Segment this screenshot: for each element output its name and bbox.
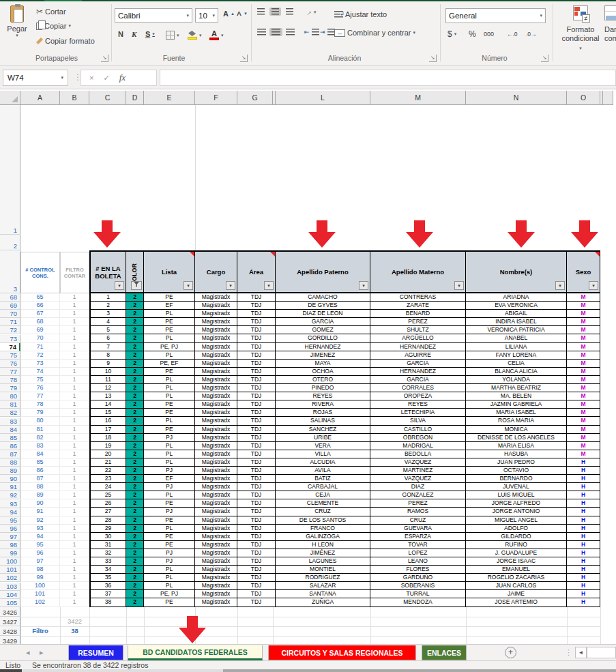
row-header-76[interactable]: 76	[0, 360, 20, 368]
cell-apellido-paterno[interactable]: MAYA	[276, 360, 370, 368]
cell-nombres[interactable]: ADOLFO	[466, 525, 567, 533]
cell-area[interactable]: TDJ	[237, 598, 276, 607]
cell-apellido-paterno[interactable]: BATIZ	[276, 475, 370, 483]
cell-boleta[interactable]: 26	[89, 499, 126, 508]
cell-area[interactable]: TDJ	[237, 326, 276, 334]
cell-apellido-paterno[interactable]: DE LOS SANTOS	[276, 516, 370, 525]
row-header-97[interactable]: 97	[0, 533, 20, 541]
cell-cargo[interactable]: Magistradx	[195, 326, 237, 334]
cell-nombres[interactable]: LUIS MIGUEL	[466, 491, 567, 499]
cell-sexo[interactable]: H	[567, 582, 600, 590]
cell-sexo[interactable]: H	[567, 475, 600, 483]
format-painter-button[interactable]: Copiar formato	[34, 36, 97, 46]
cell-control[interactable]: 86	[20, 467, 60, 475]
font-color-button[interactable]: A▾	[207, 29, 226, 41]
row-header-91[interactable]: 91	[0, 483, 20, 491]
cell-nombres[interactable]: ROSA MARIA	[466, 417, 567, 425]
cell-lista[interactable]: PE	[144, 326, 195, 334]
sheet-tab-bd-candidatos-federales[interactable]: BD CANDIDATOS FEDERALES	[128, 645, 263, 660]
cell-sexo[interactable]: M	[567, 368, 600, 376]
filter-dropdown-button[interactable]: ▾	[226, 281, 235, 290]
cell-cargo[interactable]: Magistradx	[195, 426, 237, 434]
cell-color[interactable]: 2	[126, 574, 144, 582]
row-header-103[interactable]: 103	[0, 583, 20, 591]
cell-control[interactable]: 79	[20, 409, 60, 417]
cell-lista[interactable]: PL	[144, 417, 195, 425]
header-control-cons[interactable]: # CONTROL CONS.	[20, 252, 60, 293]
cell-filtro[interactable]: 1	[60, 384, 89, 392]
row-header-68[interactable]: 68	[0, 293, 20, 302]
cell-apellido-paterno[interactable]: DIAZ DE LEON	[276, 310, 370, 318]
filter-dropdown-button[interactable]: ▾	[454, 281, 464, 290]
cell-sexo[interactable]: M	[567, 360, 600, 368]
cell-apellido-materno[interactable]: ESPARZA	[370, 533, 466, 541]
table-header-color[interactable]: OLOR	[126, 250, 144, 293]
cell-color[interactable]: 2	[126, 426, 144, 434]
cell-color[interactable]: 2	[126, 483, 144, 491]
cell-apellido-materno[interactable]: OBREGON	[370, 434, 466, 442]
cell-filtro[interactable]: 1	[60, 590, 89, 598]
filter-dropdown-button[interactable]: ▾	[264, 281, 274, 290]
cell-sexo[interactable]: M	[567, 343, 600, 351]
cell-filtro[interactable]: 1	[60, 566, 89, 574]
cell-control[interactable]: 78	[20, 400, 60, 409]
column-header-E[interactable]: E	[144, 91, 195, 105]
cell-area[interactable]: TDJ	[237, 310, 276, 318]
cell-lista[interactable]: PE	[144, 409, 195, 417]
cell-filtro[interactable]: 1	[60, 525, 89, 533]
cell-boleta[interactable]: 34	[89, 566, 126, 574]
cell-sexo[interactable]: H	[567, 458, 600, 467]
cell-boleta[interactable]: 33	[89, 557, 126, 566]
cell-apellido-paterno[interactable]: AVILA	[276, 467, 370, 475]
cell-nombres[interactable]: ANABEL	[466, 334, 567, 342]
cell-lista[interactable]: PL	[144, 384, 195, 392]
cell-apellido-paterno[interactable]: SALINAS	[276, 417, 370, 425]
cell-cargo[interactable]: Magistradx	[195, 491, 237, 499]
cell-control[interactable]: 97	[20, 557, 60, 566]
cell-apellido-paterno[interactable]: CLEMENTE	[276, 499, 370, 508]
cell-filtro[interactable]: 1	[60, 516, 89, 525]
cell-sexo[interactable]: H	[567, 483, 600, 491]
cell-apellido-materno[interactable]: GUEVARA	[370, 525, 466, 533]
cell-nombres[interactable]: MONICA	[466, 426, 567, 434]
cell-apellido-materno[interactable]: RAMOS	[370, 508, 466, 516]
cell-apellido-paterno[interactable]: ROJAS	[276, 409, 370, 417]
row-header-87[interactable]: 87	[0, 450, 20, 458]
cell-control[interactable]: 75	[20, 376, 60, 384]
cell-boleta[interactable]: 25	[89, 491, 126, 499]
cell-color[interactable]: 2	[126, 499, 144, 508]
currency-button[interactable]: $▾	[445, 29, 458, 40]
select-all-corner[interactable]	[0, 91, 20, 105]
cell-nombres[interactable]: RUFINO	[466, 541, 567, 549]
enter-button[interactable]: ✓	[103, 74, 109, 83]
cut-button[interactable]: ✂ Cortar	[34, 6, 68, 17]
table-header-paterno[interactable]: Apellido Paterno▾	[276, 250, 370, 293]
sheet-nav-left-icon[interactable]: ◂	[26, 648, 30, 657]
increase-decimal-button[interactable]: ←.0	[505, 30, 520, 38]
column-header-D[interactable]: D	[126, 91, 144, 105]
cell-control[interactable]: 89	[20, 491, 60, 499]
cell-apellido-paterno[interactable]: URIBE	[276, 434, 370, 442]
cell-lista[interactable]: PE	[144, 400, 195, 409]
cell-boleta[interactable]: 19	[89, 442, 126, 450]
cell-area[interactable]: TDJ	[237, 590, 276, 598]
column-header-A[interactable]: A	[20, 91, 60, 105]
cell-color[interactable]: 2	[126, 516, 144, 525]
cell-lista[interactable]: PL	[144, 351, 195, 360]
cell-sexo[interactable]: M	[567, 326, 600, 334]
cell-boleta[interactable]: 28	[89, 516, 126, 525]
cell-lista[interactable]: PL	[144, 450, 195, 458]
cell-apellido-paterno[interactable]: CAMACHO	[276, 293, 370, 302]
cell-cargo[interactable]: Magistradx	[195, 541, 237, 549]
cell-lista[interactable]: PJ	[144, 434, 195, 442]
cell-boleta[interactable]: 15	[89, 409, 126, 417]
cell-sexo[interactable]: H	[567, 549, 600, 557]
row-header-1[interactable]: 1	[0, 105, 20, 235]
row-header-79[interactable]: 79	[0, 384, 20, 392]
cell-apellido-paterno[interactable]: CRUZ	[276, 508, 370, 516]
cell-lista[interactable]: PL	[144, 392, 195, 400]
cell-cargo[interactable]: Magistradx	[195, 557, 237, 566]
cell-apellido-materno[interactable]: SILVA	[370, 417, 466, 425]
cell-sexo[interactable]: M	[567, 392, 600, 400]
align-top-button[interactable]	[255, 8, 267, 16]
